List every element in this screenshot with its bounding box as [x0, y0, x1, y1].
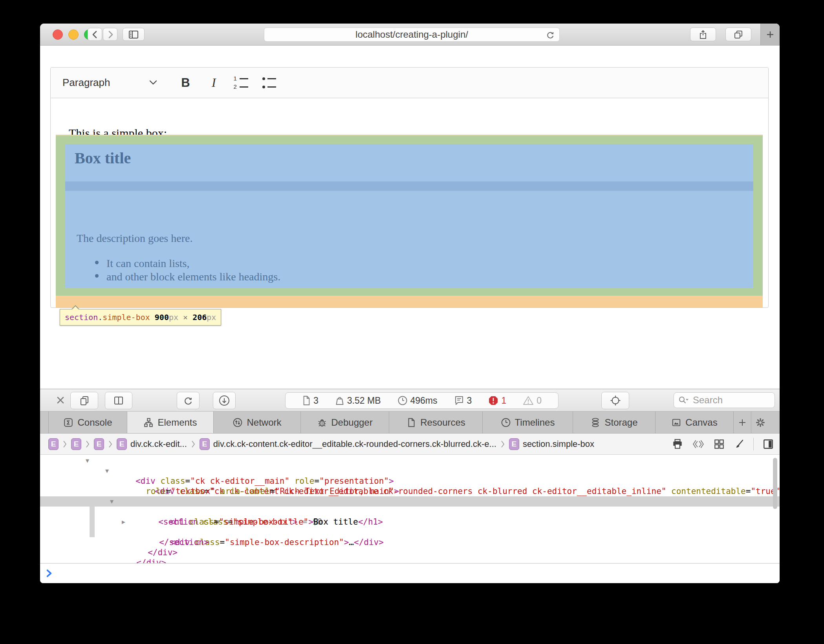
- bullet-dot: [95, 261, 99, 264]
- sidebar-toggle-button[interactable]: [123, 28, 145, 41]
- tooltip-class-name: simple-box: [103, 313, 150, 322]
- stat-console-messages: 3: [454, 395, 472, 406]
- tab-overview-button[interactable]: [725, 27, 751, 41]
- dom-node-line[interactable]: </div>: [40, 547, 780, 558]
- console-icon: [63, 417, 73, 428]
- box-bullet-list: It can contain lists, and other block el…: [95, 257, 280, 284]
- tab-console[interactable]: Console: [48, 412, 127, 433]
- forward-button[interactable]: [103, 28, 117, 41]
- element-picker-button[interactable]: [601, 392, 629, 409]
- back-icon: [91, 30, 99, 39]
- dock-side-button[interactable]: [105, 392, 132, 409]
- breadcrumb-item[interactable]: E: [71, 438, 81, 450]
- weight-icon: [335, 395, 344, 406]
- inspector-search-input[interactable]: Search: [674, 392, 775, 408]
- duplicate-window-icon: [79, 395, 90, 406]
- search-icon: [678, 395, 690, 405]
- details-sidebar-toggle-icon[interactable]: [762, 438, 774, 450]
- bullet-dot: [95, 274, 99, 278]
- browser-titlebar: localhost/creating-a-plugin/: [40, 24, 780, 46]
- inspector-toolbar: 3 3.52 MB 496ms 3 1: [40, 389, 780, 412]
- quick-console[interactable]: [40, 563, 780, 583]
- new-tab-button[interactable]: [760, 24, 780, 45]
- split-view-icon: [113, 395, 124, 406]
- reload-icon[interactable]: [545, 30, 555, 40]
- tab-storage[interactable]: Storage: [573, 412, 656, 433]
- target-crosshair-icon: [610, 395, 621, 406]
- reload-page-button[interactable]: [177, 392, 200, 409]
- add-tab-button[interactable]: [734, 412, 751, 433]
- paintbrush-icon[interactable]: [734, 439, 745, 450]
- close-inspector-button[interactable]: [55, 394, 66, 406]
- resource-stats-bar[interactable]: 3 3.52 MB 496ms 3 1: [285, 392, 558, 409]
- tab-debugger[interactable]: Debugger: [301, 412, 389, 433]
- share-button[interactable]: [690, 27, 716, 41]
- chevron-right-icon: [85, 439, 90, 449]
- dom-node-line-selected[interactable]: ▼ <section class="simple-box"> = $0: [40, 496, 780, 507]
- grid-layout-icon[interactable]: [713, 438, 725, 450]
- disclosure-triangle[interactable]: ▼: [86, 456, 89, 466]
- address-bar[interactable]: localhost/creating-a-plugin/: [264, 27, 560, 42]
- tooltip-tag-name: section: [65, 313, 98, 322]
- chevron-down-icon[interactable]: [149, 80, 157, 85]
- dom-node-line[interactable]: role="textbox" aria-label="Rich Text Edi…: [40, 476, 780, 486]
- disclosure-triangle[interactable]: ▼: [105, 466, 109, 476]
- chevron-right-icon: [62, 439, 67, 449]
- paragraph-dropdown-label[interactable]: Paragraph: [62, 77, 110, 89]
- italic-button[interactable]: I: [206, 75, 222, 90]
- disclosure-triangle[interactable]: ▶: [122, 517, 125, 527]
- print-icon[interactable]: [672, 438, 683, 450]
- download-button[interactable]: [213, 392, 236, 409]
- numbered-list-button[interactable]: 1 2: [233, 76, 248, 89]
- dom-node-line[interactable]: </div>: [40, 558, 780, 563]
- web-inspector: 3 3.52 MB 496ms 3 1: [40, 389, 780, 583]
- dom-node-line[interactable]: <p>This is a simple box:</p>: [40, 486, 780, 496]
- forward-icon: [106, 30, 115, 39]
- plus-icon: [765, 30, 775, 39]
- divider: [753, 438, 754, 450]
- chevron-right-icon: [108, 439, 113, 449]
- tab-canvas[interactable]: Canvas: [656, 412, 734, 433]
- network-icon: [233, 417, 243, 428]
- tabs-icon: [733, 29, 743, 40]
- stat-errors: 1: [488, 395, 506, 406]
- speech-bubble-icon: [454, 395, 464, 406]
- breadcrumb-item-selected[interactable]: Esection.simple-box: [509, 438, 594, 450]
- dom-node-line[interactable]: ▼ <div class="ck ck-content ck-editor__e…: [40, 466, 780, 476]
- scrollbar-thumb[interactable]: [773, 458, 777, 509]
- stat-warnings: 0: [523, 395, 542, 406]
- bulleted-list-button[interactable]: [262, 76, 276, 89]
- tab-network[interactable]: Network: [214, 412, 301, 433]
- clock-icon: [397, 395, 408, 406]
- gear-icon: [755, 417, 765, 428]
- detach-inspector-button[interactable]: [70, 392, 98, 409]
- browser-window: localhost/creating-a-plugin/ Paragraph B…: [40, 24, 780, 583]
- database-icon: [590, 417, 601, 428]
- close-window-button[interactable]: [53, 29, 63, 40]
- disclosure-triangle[interactable]: ▼: [110, 496, 114, 507]
- breadcrumb-item[interactable]: E: [94, 438, 104, 450]
- breadcrumb-actions: [672, 434, 774, 455]
- dom-node-line[interactable]: </section>: [40, 527, 780, 537]
- code-brackets-icon[interactable]: [692, 439, 705, 450]
- search-placeholder: Search: [693, 395, 723, 406]
- highlight-content-title: [65, 144, 753, 181]
- breadcrumb-item[interactable]: Ediv.ck.ck-edit...: [117, 438, 187, 450]
- back-button[interactable]: [88, 28, 102, 41]
- dom-tree-panel: ▼ <div class="ck ck-editor__main" role="…: [40, 455, 780, 563]
- bold-button[interactable]: B: [178, 76, 193, 90]
- breadcrumb-item[interactable]: E: [48, 438, 59, 450]
- breadcrumb-item[interactable]: Ediv.ck.ck-content.ck-editor__editable.c…: [200, 438, 496, 450]
- dom-node-line[interactable]: </div>: [40, 537, 780, 547]
- page-viewport: Paragraph B I 1 2 This is a simple box:: [40, 46, 780, 389]
- tab-elements[interactable]: Elements: [127, 412, 214, 433]
- dom-node-line[interactable]: <h1 class="simple-box-title">Box title</…: [40, 507, 780, 517]
- inspector-settings-button[interactable]: [751, 412, 769, 433]
- tab-resources[interactable]: Resources: [389, 412, 483, 433]
- tab-timelines[interactable]: Timelines: [483, 412, 573, 433]
- minimize-window-button[interactable]: [68, 29, 79, 40]
- dom-node-line[interactable]: ▼ <div class="ck ck-editor__main" role="…: [40, 456, 780, 466]
- dom-node-line[interactable]: ▶ <div class="simple-box-description">…<…: [40, 517, 780, 527]
- document-icon: [302, 395, 311, 406]
- chevron-right-icon: [191, 439, 196, 449]
